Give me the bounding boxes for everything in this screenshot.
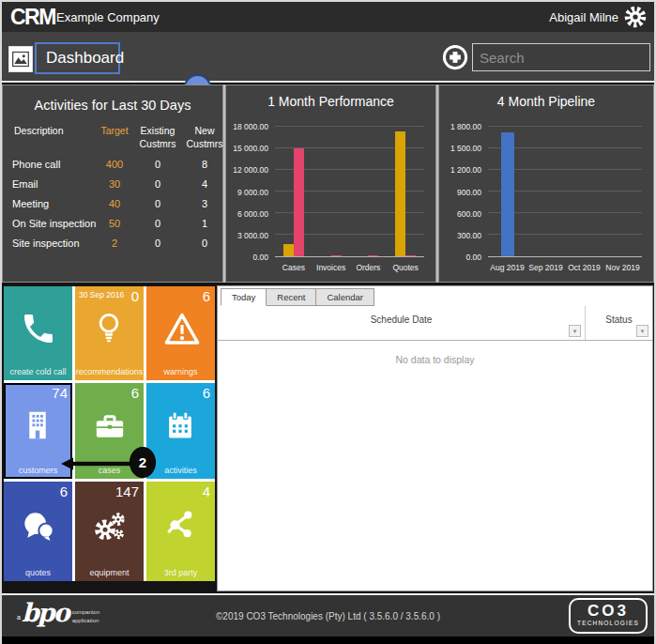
tile-count: 6 [131, 385, 139, 401]
pipeline-chart-panel: 4 Month Pipeline 0.00300.00600.00900.001… [438, 84, 654, 283]
tile-recommendations[interactable]: 30 Sep 2016 0 recommendations [75, 286, 144, 380]
activities-panel: Activities for Last 30 Days Description … [2, 84, 223, 283]
chart-title: 1 Month Performance [226, 94, 435, 109]
tile-count: 6 [203, 288, 210, 304]
column-header: Status [586, 314, 652, 325]
column-header: Existing Custmrs [132, 125, 183, 159]
filter-button[interactable]: ▾ [636, 325, 648, 337]
empty-table-message: No data to display [218, 354, 652, 365]
table-row-cell: Phone call [12, 159, 97, 178]
column-header: Description [12, 125, 97, 159]
column-header: Schedule Date [218, 314, 585, 325]
tab-today[interactable]: Today [221, 288, 267, 306]
bar-quotes [395, 131, 405, 256]
plot-area [488, 127, 642, 257]
tile-grid: create cold call 30 Sep 2016 0 recommend… [4, 286, 215, 581]
performance-chart: 1 Month Performance 0.003 000.006 000.00… [226, 85, 435, 282]
co3-logo-text: CO3 [571, 602, 646, 621]
y-tick-label: 600.00 [457, 209, 481, 219]
table-row-cell: 0 [132, 159, 183, 178]
table-row-cell: 0 [132, 178, 183, 198]
table-row-cell: Email [12, 178, 97, 198]
add-new-icon[interactable] [441, 43, 469, 71]
tab-calendar[interactable]: Calendar [316, 288, 374, 306]
bar-aug-2019 [501, 132, 514, 256]
table-row-cell: 1 [183, 218, 226, 238]
tile-warnings[interactable]: 6 warnings [146, 286, 215, 380]
table-row-cell: Site inspection [12, 238, 97, 257]
tile-label: warnings [146, 367, 215, 376]
table-row-cell: 0 [183, 238, 226, 257]
tile-count: 4 [203, 483, 210, 499]
y-tick-label: 18 000.00 [233, 122, 268, 131]
tile-label: 3rd party [146, 568, 215, 577]
warning-icon [162, 310, 200, 347]
co3-logo-subtext: TECHNOLOGIES [571, 620, 646, 626]
table-row-cell: 0 [132, 218, 183, 238]
tile-equipment[interactable]: 147 equipment [75, 482, 144, 581]
filter-button[interactable]: ▾ [569, 325, 581, 337]
bar-orders [368, 255, 378, 256]
x-tick-label: Sep 2019 [528, 263, 562, 272]
performance-chart-panel: 1 Month Performance 0.003 000.006 000.00… [225, 84, 436, 283]
copyright-text: ©2019 CO3 Technologies (Pty) Ltd ( 3.5.6… [2, 611, 654, 621]
x-tick-label: Quotes [392, 263, 418, 272]
settings-gear-icon[interactable] [624, 6, 647, 28]
y-tick-label: 15 000.00 [233, 144, 268, 153]
tile-3rd-party[interactable]: 4 3rd party [146, 482, 215, 581]
tile-activities[interactable]: 6 activities [146, 383, 215, 479]
tile-date: 30 Sep 2016 [79, 290, 124, 299]
footer-bar: a bpo companion application ©2019 CO3 Te… [2, 593, 654, 636]
chart-title: 4 Month Pipeline [439, 94, 653, 109]
co3-logo: CO3 TECHNOLOGIES [569, 598, 648, 634]
schedule-table-header: Schedule Date ▾ Status ▾ [218, 306, 652, 341]
y-tick-label: 300.00 [457, 231, 481, 240]
y-tick-label: 1 800.00 [450, 122, 481, 131]
y-tick-label: 6 000.00 [237, 209, 268, 219]
image-icon[interactable] [8, 46, 33, 72]
tile-create-cold-call[interactable]: create cold call [4, 286, 72, 380]
pipeline-chart: 4 Month Pipeline 0.00300.00600.00900.001… [439, 85, 653, 282]
phone-icon [20, 310, 57, 347]
tab-recent[interactable]: Recent [267, 288, 316, 306]
company-name: Example Company [56, 10, 160, 24]
y-tick-label: 9 000.00 [237, 188, 268, 197]
table-row-cell: 2 [97, 238, 132, 257]
building-icon [20, 407, 57, 445]
current-user[interactable]: Abigail Milne [549, 10, 618, 24]
y-tick-label: 12 000.00 [233, 165, 268, 175]
title-bar: CRM Example Company Abigail Milne [2, 2, 654, 32]
table-row-cell: Meeting [12, 198, 97, 218]
search-input[interactable] [473, 50, 656, 66]
y-tick-label: 0.00 [465, 253, 481, 262]
dashboard-button[interactable]: Dashboard [35, 42, 120, 74]
schedule-date-column: Schedule Date ▾ [218, 306, 585, 340]
tile-quotes[interactable]: 6 quotes [4, 482, 72, 581]
share-network-icon [162, 508, 200, 545]
bar-cases [283, 244, 294, 256]
x-tick-label: Cases [282, 263, 305, 272]
tile-label: activities [146, 466, 215, 475]
table-row-cell: 0 [132, 238, 183, 257]
x-tick-label: Oct 2019 [568, 263, 601, 272]
x-tick-label: Aug 2019 [490, 263, 524, 272]
calendar-icon [162, 407, 200, 445]
activities-table: Description Target Existing Custmrs New … [12, 125, 219, 257]
table-row-cell: 40 [97, 198, 132, 218]
y-tick-label: 900.00 [457, 188, 481, 197]
callout2-arrow-icon [60, 456, 131, 471]
x-tick-label: Invoices [316, 263, 345, 272]
table-row-cell: 50 [97, 218, 132, 238]
annotation-callout-2: 2 [130, 447, 156, 478]
y-tick-label: 3 000.00 [237, 231, 268, 240]
y-axis-labels: 0.00300.00600.00900.001 200.001 500.001 … [439, 127, 486, 257]
chat-bubbles-icon [20, 508, 57, 545]
y-axis-labels: 0.003 000.006 000.009 000.0012 000.0015 … [226, 127, 273, 257]
table-row-cell: 0 [132, 198, 183, 218]
tile-count: 0 [131, 288, 139, 304]
search-box[interactable] [472, 43, 650, 71]
tile-label: equipment [75, 568, 144, 577]
tile-count: 6 [60, 483, 68, 499]
tile-count: 6 [203, 385, 210, 401]
toolbar: Dashboard 1 [2, 32, 654, 83]
